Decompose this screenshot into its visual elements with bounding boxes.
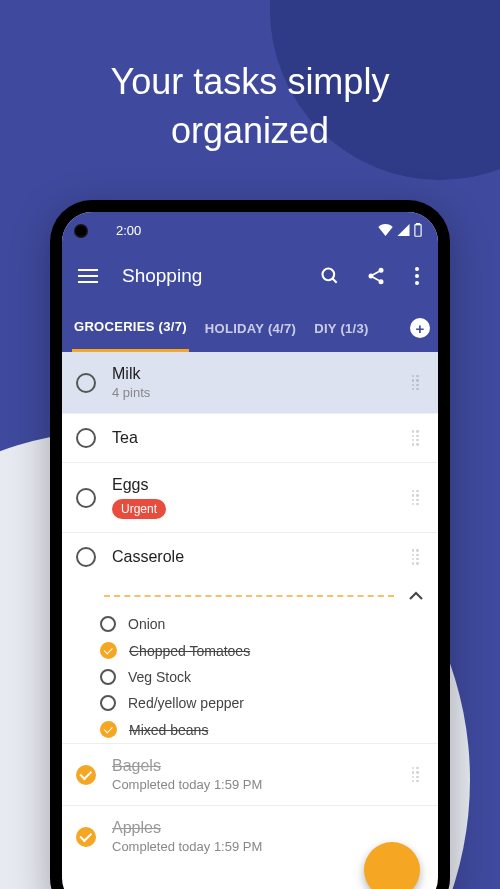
tab-holiday[interactable]: HOLIDAY (4/7): [203, 304, 298, 352]
svg-point-7: [379, 268, 384, 273]
add-tab-button[interactable]: +: [410, 318, 430, 338]
phone-frame: 2:00 Shopping GROCERIES (3/7): [50, 200, 450, 889]
collapse-icon[interactable]: [408, 587, 424, 605]
item-sub: 4 pints: [112, 385, 412, 400]
list-item[interactable]: Tea: [62, 413, 438, 462]
list-item[interactable]: Bagels Completed today 1:59 PM: [62, 743, 438, 805]
item-title: Milk: [112, 365, 412, 383]
app-bar: Shopping: [62, 248, 438, 304]
item-title: Bagels: [112, 757, 412, 775]
checkbox-unchecked[interactable]: [100, 616, 116, 632]
drag-handle-icon[interactable]: [412, 767, 424, 782]
item-title: Tea: [112, 429, 412, 447]
page-title: Shopping: [122, 265, 296, 287]
search-icon[interactable]: [318, 264, 342, 288]
sub-item[interactable]: Chopped Tomatoes: [62, 637, 438, 664]
list-item[interactable]: Eggs Urgent: [62, 462, 438, 532]
checkbox-unchecked[interactable]: [76, 373, 96, 393]
urgent-chip: Urgent: [112, 499, 166, 519]
promo-headline: Your tasks simply organized: [0, 58, 500, 155]
svg-point-10: [415, 267, 419, 271]
item-title: Eggs: [112, 476, 412, 494]
headline-line-2: organized: [0, 107, 500, 156]
item-title: Chopped Tomatoes: [129, 643, 424, 659]
checkbox-checked[interactable]: [76, 765, 96, 785]
tab-row: GROCERIES (3/7) HOLIDAY (4/7) DIY (1/3) …: [62, 304, 438, 352]
screen: 2:00 Shopping GROCERIES (3/7): [62, 212, 438, 889]
drag-handle-icon[interactable]: [412, 430, 424, 445]
item-title: Apples: [112, 819, 424, 837]
checkbox-unchecked[interactable]: [100, 695, 116, 711]
task-list: Milk 4 pints Tea Eggs Urgent: [62, 352, 438, 867]
item-title: Veg Stock: [128, 669, 424, 685]
sub-item[interactable]: Veg Stock: [62, 664, 438, 690]
status-clock: 2:00: [116, 223, 141, 238]
checkbox-checked[interactable]: [100, 721, 117, 738]
subtask-divider: [62, 581, 438, 611]
drag-handle-icon[interactable]: [412, 549, 424, 564]
sub-item[interactable]: Mixed beans: [62, 716, 438, 743]
checkbox-unchecked[interactable]: [76, 488, 96, 508]
item-title: Casserole: [112, 548, 412, 566]
camera-hole: [74, 224, 88, 238]
svg-line-6: [333, 279, 337, 283]
list-item[interactable]: Casserole: [62, 532, 438, 581]
add-task-fab[interactable]: [364, 842, 420, 889]
checkbox-checked[interactable]: [100, 642, 117, 659]
checkbox-checked[interactable]: [76, 827, 96, 847]
item-title: Red/yellow pepper: [128, 695, 424, 711]
tab-diy[interactable]: DIY (1/3): [312, 304, 370, 352]
signal-icon: [397, 224, 410, 236]
checkbox-unchecked[interactable]: [100, 669, 116, 685]
overflow-icon[interactable]: [410, 264, 424, 288]
svg-point-8: [369, 274, 374, 279]
svg-point-12: [415, 281, 419, 285]
wifi-icon: [378, 224, 393, 236]
headline-line-1: Your tasks simply: [0, 58, 500, 107]
item-title: Mixed beans: [129, 722, 424, 738]
sub-item[interactable]: Onion: [62, 611, 438, 637]
svg-rect-0: [415, 225, 421, 237]
share-icon[interactable]: [364, 264, 388, 288]
drag-handle-icon[interactable]: [412, 375, 424, 390]
dashed-line: [104, 595, 394, 597]
status-bar: 2:00: [62, 212, 438, 248]
tab-groceries[interactable]: GROCERIES (3/7): [72, 304, 189, 352]
checkbox-unchecked[interactable]: [76, 547, 96, 567]
drag-handle-icon[interactable]: [412, 490, 424, 505]
menu-icon[interactable]: [76, 264, 100, 288]
battery-icon: [414, 223, 422, 237]
item-title: Onion: [128, 616, 424, 632]
svg-point-9: [379, 279, 384, 284]
svg-rect-1: [416, 223, 419, 225]
svg-point-11: [415, 274, 419, 278]
item-sub: Completed today 1:59 PM: [112, 777, 412, 792]
sub-item[interactable]: Red/yellow pepper: [62, 690, 438, 716]
svg-point-5: [323, 269, 335, 281]
list-item[interactable]: Milk 4 pints: [62, 352, 438, 413]
checkbox-unchecked[interactable]: [76, 428, 96, 448]
